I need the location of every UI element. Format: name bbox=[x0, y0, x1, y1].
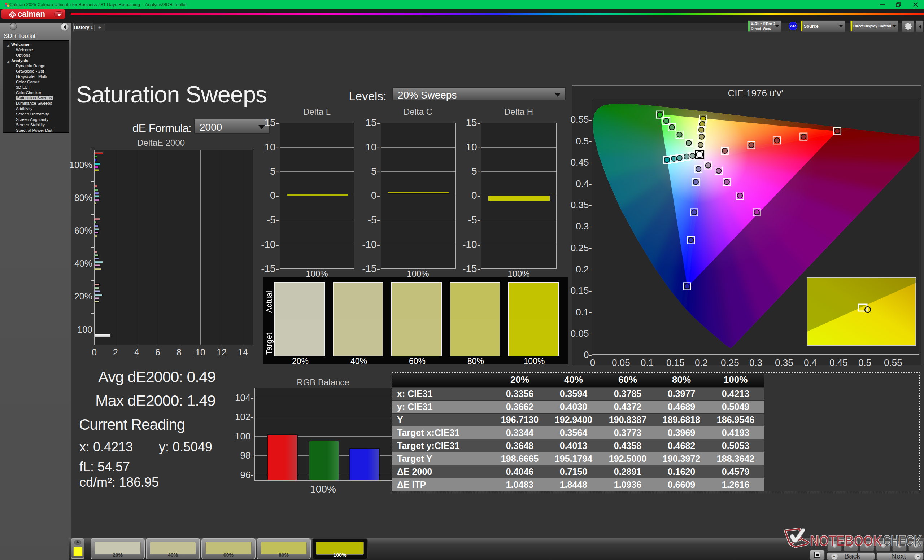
svg-text:CHECK: CHECK bbox=[883, 532, 922, 549]
svg-text:NOTEBOOK: NOTEBOOK bbox=[810, 532, 882, 549]
